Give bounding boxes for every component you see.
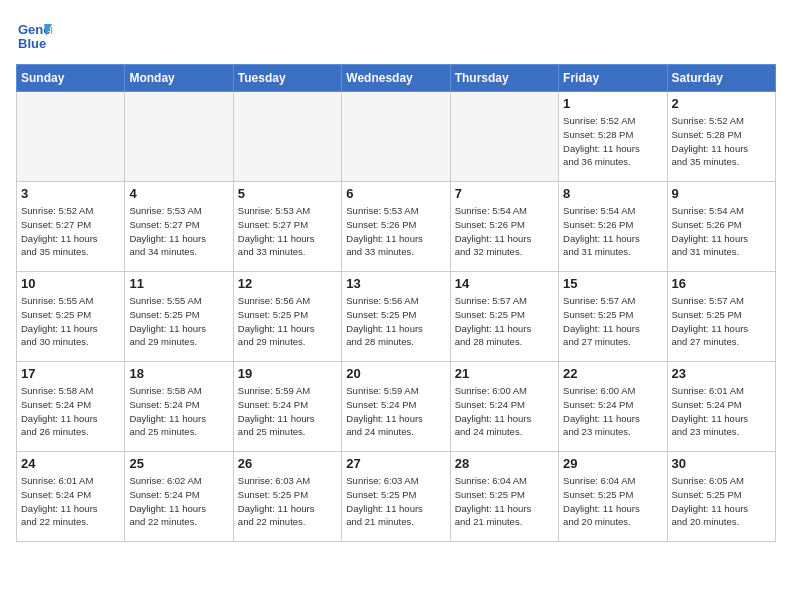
calendar-cell: 20Sunrise: 5:59 AM Sunset: 5:24 PM Dayli… — [342, 362, 450, 452]
day-info: Sunrise: 6:05 AM Sunset: 5:25 PM Dayligh… — [672, 474, 771, 529]
day-number: 24 — [21, 456, 120, 471]
day-number: 22 — [563, 366, 662, 381]
day-number: 11 — [129, 276, 228, 291]
day-number: 6 — [346, 186, 445, 201]
day-info: Sunrise: 6:02 AM Sunset: 5:24 PM Dayligh… — [129, 474, 228, 529]
calendar-cell: 11Sunrise: 5:55 AM Sunset: 5:25 PM Dayli… — [125, 272, 233, 362]
calendar-cell: 28Sunrise: 6:04 AM Sunset: 5:25 PM Dayli… — [450, 452, 558, 542]
day-info: Sunrise: 5:54 AM Sunset: 5:26 PM Dayligh… — [563, 204, 662, 259]
calendar-cell — [342, 92, 450, 182]
calendar-cell: 3Sunrise: 5:52 AM Sunset: 5:27 PM Daylig… — [17, 182, 125, 272]
calendar-cell: 12Sunrise: 5:56 AM Sunset: 5:25 PM Dayli… — [233, 272, 341, 362]
calendar-cell: 21Sunrise: 6:00 AM Sunset: 5:24 PM Dayli… — [450, 362, 558, 452]
weekday-header-monday: Monday — [125, 65, 233, 92]
calendar-cell: 25Sunrise: 6:02 AM Sunset: 5:24 PM Dayli… — [125, 452, 233, 542]
day-number: 5 — [238, 186, 337, 201]
day-number: 2 — [672, 96, 771, 111]
calendar-cell: 26Sunrise: 6:03 AM Sunset: 5:25 PM Dayli… — [233, 452, 341, 542]
day-number: 19 — [238, 366, 337, 381]
day-number: 7 — [455, 186, 554, 201]
day-info: Sunrise: 5:52 AM Sunset: 5:27 PM Dayligh… — [21, 204, 120, 259]
calendar-table: SundayMondayTuesdayWednesdayThursdayFrid… — [16, 64, 776, 542]
calendar-cell: 8Sunrise: 5:54 AM Sunset: 5:26 PM Daylig… — [559, 182, 667, 272]
day-info: Sunrise: 5:52 AM Sunset: 5:28 PM Dayligh… — [672, 114, 771, 169]
day-number: 15 — [563, 276, 662, 291]
day-number: 21 — [455, 366, 554, 381]
day-info: Sunrise: 5:52 AM Sunset: 5:28 PM Dayligh… — [563, 114, 662, 169]
day-info: Sunrise: 5:56 AM Sunset: 5:25 PM Dayligh… — [346, 294, 445, 349]
calendar-cell: 15Sunrise: 5:57 AM Sunset: 5:25 PM Dayli… — [559, 272, 667, 362]
calendar-cell — [233, 92, 341, 182]
weekday-header-tuesday: Tuesday — [233, 65, 341, 92]
day-info: Sunrise: 6:04 AM Sunset: 5:25 PM Dayligh… — [563, 474, 662, 529]
day-number: 14 — [455, 276, 554, 291]
day-info: Sunrise: 6:01 AM Sunset: 5:24 PM Dayligh… — [21, 474, 120, 529]
day-info: Sunrise: 6:03 AM Sunset: 5:25 PM Dayligh… — [346, 474, 445, 529]
day-info: Sunrise: 6:03 AM Sunset: 5:25 PM Dayligh… — [238, 474, 337, 529]
week-row-4: 17Sunrise: 5:58 AM Sunset: 5:24 PM Dayli… — [17, 362, 776, 452]
week-row-3: 10Sunrise: 5:55 AM Sunset: 5:25 PM Dayli… — [17, 272, 776, 362]
calendar-cell — [125, 92, 233, 182]
calendar-cell: 7Sunrise: 5:54 AM Sunset: 5:26 PM Daylig… — [450, 182, 558, 272]
day-info: Sunrise: 5:53 AM Sunset: 5:26 PM Dayligh… — [346, 204, 445, 259]
day-info: Sunrise: 5:55 AM Sunset: 5:25 PM Dayligh… — [21, 294, 120, 349]
calendar-cell: 22Sunrise: 6:00 AM Sunset: 5:24 PM Dayli… — [559, 362, 667, 452]
page-header: General Blue — [16, 16, 776, 52]
day-number: 23 — [672, 366, 771, 381]
day-info: Sunrise: 5:57 AM Sunset: 5:25 PM Dayligh… — [563, 294, 662, 349]
day-number: 9 — [672, 186, 771, 201]
logo: General Blue — [16, 16, 52, 52]
day-number: 12 — [238, 276, 337, 291]
weekday-header-row: SundayMondayTuesdayWednesdayThursdayFrid… — [17, 65, 776, 92]
calendar-cell: 19Sunrise: 5:59 AM Sunset: 5:24 PM Dayli… — [233, 362, 341, 452]
day-number: 3 — [21, 186, 120, 201]
day-number: 10 — [21, 276, 120, 291]
day-number: 4 — [129, 186, 228, 201]
calendar-cell: 30Sunrise: 6:05 AM Sunset: 5:25 PM Dayli… — [667, 452, 775, 542]
weekday-header-friday: Friday — [559, 65, 667, 92]
week-row-2: 3Sunrise: 5:52 AM Sunset: 5:27 PM Daylig… — [17, 182, 776, 272]
calendar-cell: 13Sunrise: 5:56 AM Sunset: 5:25 PM Dayli… — [342, 272, 450, 362]
calendar-cell: 24Sunrise: 6:01 AM Sunset: 5:24 PM Dayli… — [17, 452, 125, 542]
calendar-cell — [450, 92, 558, 182]
calendar-cell: 17Sunrise: 5:58 AM Sunset: 5:24 PM Dayli… — [17, 362, 125, 452]
calendar-cell: 1Sunrise: 5:52 AM Sunset: 5:28 PM Daylig… — [559, 92, 667, 182]
calendar-cell: 4Sunrise: 5:53 AM Sunset: 5:27 PM Daylig… — [125, 182, 233, 272]
day-number: 29 — [563, 456, 662, 471]
day-info: Sunrise: 5:59 AM Sunset: 5:24 PM Dayligh… — [238, 384, 337, 439]
weekday-header-saturday: Saturday — [667, 65, 775, 92]
calendar-cell — [17, 92, 125, 182]
logo-icon: General Blue — [16, 16, 52, 52]
calendar-cell: 2Sunrise: 5:52 AM Sunset: 5:28 PM Daylig… — [667, 92, 775, 182]
day-number: 27 — [346, 456, 445, 471]
calendar-cell: 6Sunrise: 5:53 AM Sunset: 5:26 PM Daylig… — [342, 182, 450, 272]
svg-text:Blue: Blue — [18, 36, 46, 51]
day-info: Sunrise: 5:57 AM Sunset: 5:25 PM Dayligh… — [672, 294, 771, 349]
calendar-cell: 29Sunrise: 6:04 AM Sunset: 5:25 PM Dayli… — [559, 452, 667, 542]
day-info: Sunrise: 6:00 AM Sunset: 5:24 PM Dayligh… — [563, 384, 662, 439]
calendar-cell: 9Sunrise: 5:54 AM Sunset: 5:26 PM Daylig… — [667, 182, 775, 272]
day-info: Sunrise: 5:59 AM Sunset: 5:24 PM Dayligh… — [346, 384, 445, 439]
day-info: Sunrise: 5:58 AM Sunset: 5:24 PM Dayligh… — [21, 384, 120, 439]
day-number: 18 — [129, 366, 228, 381]
day-number: 26 — [238, 456, 337, 471]
calendar-cell: 10Sunrise: 5:55 AM Sunset: 5:25 PM Dayli… — [17, 272, 125, 362]
weekday-header-sunday: Sunday — [17, 65, 125, 92]
week-row-1: 1Sunrise: 5:52 AM Sunset: 5:28 PM Daylig… — [17, 92, 776, 182]
day-info: Sunrise: 5:56 AM Sunset: 5:25 PM Dayligh… — [238, 294, 337, 349]
calendar-cell: 16Sunrise: 5:57 AM Sunset: 5:25 PM Dayli… — [667, 272, 775, 362]
calendar-cell: 23Sunrise: 6:01 AM Sunset: 5:24 PM Dayli… — [667, 362, 775, 452]
day-number: 13 — [346, 276, 445, 291]
day-info: Sunrise: 5:57 AM Sunset: 5:25 PM Dayligh… — [455, 294, 554, 349]
day-number: 16 — [672, 276, 771, 291]
weekday-header-thursday: Thursday — [450, 65, 558, 92]
calendar-cell: 18Sunrise: 5:58 AM Sunset: 5:24 PM Dayli… — [125, 362, 233, 452]
day-number: 8 — [563, 186, 662, 201]
day-info: Sunrise: 5:53 AM Sunset: 5:27 PM Dayligh… — [238, 204, 337, 259]
day-number: 25 — [129, 456, 228, 471]
calendar-cell: 5Sunrise: 5:53 AM Sunset: 5:27 PM Daylig… — [233, 182, 341, 272]
day-number: 17 — [21, 366, 120, 381]
day-number: 20 — [346, 366, 445, 381]
day-info: Sunrise: 6:00 AM Sunset: 5:24 PM Dayligh… — [455, 384, 554, 439]
week-row-5: 24Sunrise: 6:01 AM Sunset: 5:24 PM Dayli… — [17, 452, 776, 542]
